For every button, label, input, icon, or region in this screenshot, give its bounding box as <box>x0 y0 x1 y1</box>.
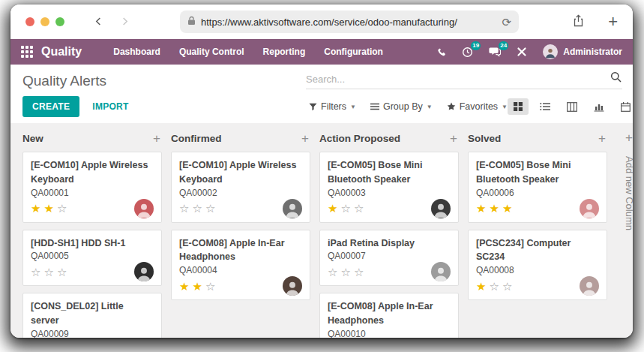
kanban-card[interactable]: [E-COM05] Bose Mini Bluetooth SpeakerQA0… <box>468 152 607 223</box>
nav-menu-quality-control[interactable]: Quality Control <box>179 47 244 57</box>
star-filled-icon[interactable]: ★ <box>476 202 489 215</box>
phone-icon[interactable] <box>436 47 446 57</box>
minimize-window-button[interactable] <box>40 17 49 26</box>
add-record-icon[interactable]: + <box>301 132 309 145</box>
card-footer: ★☆☆ <box>328 199 451 218</box>
add-record-icon[interactable]: + <box>450 132 457 145</box>
card-title: [E-COM08] Apple In-Ear Headphones <box>179 236 302 265</box>
nav-menu-dashboard[interactable]: Dashboard <box>113 47 160 57</box>
create-button[interactable]: CREATE <box>22 96 79 117</box>
user-avatar <box>543 44 558 59</box>
add-column-icon[interactable]: + <box>625 131 633 144</box>
forward-icon[interactable] <box>121 15 129 29</box>
share-icon[interactable] <box>573 14 584 30</box>
graph-view-icon[interactable] <box>589 99 610 115</box>
search-icon[interactable] <box>610 71 622 86</box>
star-filled-icon[interactable]: ★ <box>328 202 340 215</box>
assignee-avatar <box>431 199 451 218</box>
star-empty-icon[interactable]: ☆ <box>192 202 205 215</box>
star-empty-icon[interactable]: ☆ <box>43 266 56 278</box>
close-window-button[interactable] <box>25 17 34 26</box>
star-empty-icon[interactable]: ☆ <box>57 202 70 215</box>
star-empty-icon[interactable]: ☆ <box>354 202 367 215</box>
column-header: Solved+ <box>468 132 607 145</box>
star-filled-icon[interactable]: ★ <box>476 280 489 293</box>
app-name[interactable]: Quality <box>41 45 82 59</box>
star-filled-icon[interactable]: ★ <box>43 202 56 215</box>
star-filled-icon[interactable]: ★ <box>489 202 502 215</box>
nav-menus: DashboardQuality ControlReportingConfigu… <box>113 47 383 57</box>
star-empty-icon[interactable]: ☆ <box>489 280 502 293</box>
priority-stars: ☆☆☆ <box>328 266 367 278</box>
star-empty-icon[interactable]: ☆ <box>179 202 192 215</box>
lock-icon <box>187 15 196 29</box>
activities-clock-icon[interactable]: 19 <box>462 47 473 58</box>
add-record-icon[interactable]: + <box>598 132 606 145</box>
url-text: https://www.aktivsoftware.com/service/od… <box>201 17 502 28</box>
tools-icon[interactable] <box>517 47 527 57</box>
star-empty-icon[interactable]: ☆ <box>502 280 515 293</box>
nav-menu-reporting[interactable]: Reporting <box>263 47 306 57</box>
kanban-column-action-proposed: Action Proposed+[E-COM05] Bose Mini Blue… <box>319 132 459 338</box>
card-footer: ☆☆☆ <box>179 199 302 218</box>
activities-badge: 19 <box>471 41 481 50</box>
star-empty-icon[interactable]: ☆ <box>31 266 43 278</box>
user-menu[interactable]: Administrator <box>543 44 622 59</box>
kanban-card[interactable]: [E-COM10] Apple Wireless KeyboardQA00002… <box>171 152 310 223</box>
favorites-dropdown[interactable]: Favorites▼ <box>447 101 508 112</box>
add-column-label[interactable]: Add new Column <box>624 156 634 230</box>
star-filled-icon[interactable]: ★ <box>179 280 192 293</box>
card-footer: ☆☆☆ <box>31 262 154 281</box>
priority-stars: ☆☆☆ <box>31 266 70 278</box>
group-by-dropdown[interactable]: Group By▼ <box>370 101 433 112</box>
address-bar[interactable]: https://www.aktivsoftware.com/service/od… <box>180 11 519 33</box>
filters-dropdown[interactable]: Filters▼ <box>309 101 356 112</box>
list-view-icon[interactable] <box>535 99 556 114</box>
kanban-card[interactable]: [CONS_DEL02] Little serverQA00009★☆☆ <box>22 293 162 338</box>
view-switcher <box>508 98 633 115</box>
search-box <box>306 71 622 89</box>
star-filled-icon[interactable]: ★ <box>502 202 515 215</box>
star-filled-icon[interactable]: ★ <box>192 280 205 293</box>
pivot-view-icon[interactable] <box>562 99 583 115</box>
messages-icon[interactable]: 24 <box>489 47 501 57</box>
search-input[interactable] <box>306 74 610 85</box>
assignee-avatar <box>580 199 599 218</box>
nav-menu-configuration[interactable]: Configuration <box>324 47 383 57</box>
kanban-card[interactable]: [HDD-SH1] HDD SH-1QA00005☆☆☆ <box>22 230 162 287</box>
back-icon[interactable] <box>94 15 103 29</box>
kanban-card[interactable]: [E-COM05] Bose Mini Bluetooth SpeakerQA0… <box>319 152 459 223</box>
star-empty-icon[interactable]: ☆ <box>340 202 353 215</box>
star-empty-icon[interactable]: ☆ <box>340 266 353 278</box>
star-empty-icon[interactable]: ☆ <box>328 266 340 278</box>
calendar-view-icon[interactable] <box>616 99 633 115</box>
reload-icon[interactable]: ⟳ <box>502 17 511 28</box>
apps-menu-icon[interactable] <box>21 46 33 58</box>
card-title: [E-COM08] Apple In-Ear Headphones <box>328 299 451 328</box>
star-empty-icon[interactable]: ☆ <box>205 280 218 293</box>
star-empty-icon[interactable]: ☆ <box>354 266 367 278</box>
star-filled-icon[interactable]: ★ <box>31 202 43 215</box>
kanban-card[interactable]: [E-COM10] Apple Wireless KeyboardQA00001… <box>22 152 162 223</box>
kanban-column-solved: Solved+[E-COM05] Bose Mini Bluetooth Spe… <box>468 132 607 338</box>
page-title: Quality Alerts <box>22 73 106 89</box>
kanban-card[interactable]: [E-COM08] Apple In-Ear HeadphonesQA00004… <box>171 230 310 301</box>
card-title: [PCSC234] Computer SC234 <box>476 236 599 265</box>
new-tab-icon[interactable]: + <box>608 14 618 30</box>
kanban-view-icon[interactable] <box>508 98 529 115</box>
add-record-icon[interactable]: + <box>153 132 160 145</box>
import-button[interactable]: IMPORT <box>92 101 128 112</box>
card-title: [CONS_DEL02] Little server <box>31 299 154 328</box>
priority-stars: ★★★ <box>476 203 515 214</box>
kanban-card[interactable]: [E-COM08] Apple In-Ear HeadphonesQA00010… <box>319 293 459 338</box>
kanban-card[interactable]: iPad Retina DisplayQA00007☆☆☆ <box>319 230 459 287</box>
star-empty-icon[interactable]: ☆ <box>205 202 218 215</box>
priority-stars: ★★☆ <box>31 203 70 214</box>
card-reference: QA00001 <box>31 188 154 198</box>
assignee-avatar <box>283 276 302 296</box>
kanban-card[interactable]: [PCSC234] Computer SC234QA00008★☆☆ <box>468 230 607 301</box>
star-empty-icon[interactable]: ☆ <box>57 266 70 278</box>
priority-stars: ★★☆ <box>179 281 218 292</box>
group-by-icon <box>370 103 379 110</box>
maximize-window-button[interactable] <box>55 17 64 26</box>
